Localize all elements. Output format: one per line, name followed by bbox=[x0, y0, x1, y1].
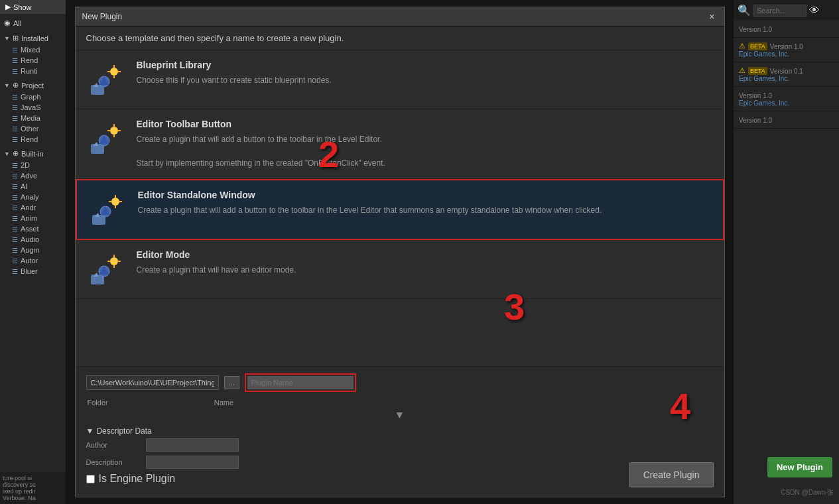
plugin-version-2: Version 1.0 bbox=[770, 43, 803, 50]
javas-label: JavaS bbox=[21, 103, 41, 111]
adve-label: Adve bbox=[21, 172, 37, 180]
sidebar-item-rend[interactable]: ☰ Rend bbox=[0, 55, 66, 66]
sidebar-item-javas[interactable]: ☰ JavaS bbox=[0, 102, 66, 113]
template-editormode[interactable]: Editor Mode Create a plugin that will ha… bbox=[76, 240, 724, 299]
browse-button[interactable]: ... bbox=[224, 376, 239, 389]
template-blueprint[interactable]: Blueprint Library Choose this if you wan… bbox=[76, 50, 724, 109]
engine-plugin-checkbox[interactable] bbox=[86, 475, 95, 483]
create-plugin-button[interactable]: Create Plugin bbox=[629, 462, 714, 487]
sidebar-item-rend2[interactable]: ☰ Rend bbox=[0, 134, 66, 145]
sidebar-item-graph[interactable]: ☰ Graph bbox=[0, 92, 66, 102]
sidebar-item-runti[interactable]: ☰ Runti bbox=[0, 66, 66, 76]
description-input[interactable] bbox=[146, 456, 239, 469]
modal-title: New Plugin bbox=[82, 12, 123, 21]
list-icon18: ☰ bbox=[12, 257, 18, 265]
name-label: Name bbox=[214, 399, 233, 407]
name-input-box bbox=[245, 373, 356, 392]
modal-titlebar: New Plugin × bbox=[76, 7, 724, 27]
builtin-icon: ⊕ bbox=[13, 149, 19, 158]
descriptor-arrow: ▼ bbox=[86, 426, 94, 436]
list-icon14: ☰ bbox=[12, 215, 18, 222]
rend2-label: Rend bbox=[21, 135, 38, 143]
sidebar-item-ai[interactable]: ☰ AI bbox=[0, 181, 66, 192]
sidebar-item-other[interactable]: ☰ Other bbox=[0, 123, 66, 134]
builtin-section: ▼ ⊕ Built-in ☰ 2D ☰ Adve ☰ AI ☰ Analy ☰ … bbox=[0, 146, 66, 278]
descriptor-header[interactable]: ▼ Descriptor Data bbox=[86, 424, 714, 438]
template-toolbar[interactable]: Editor Toolbar Button Create a plugin th… bbox=[76, 109, 724, 179]
list-icon9: ☰ bbox=[12, 162, 18, 169]
modal-header: Choose a template and then specify a nam… bbox=[76, 27, 724, 50]
toolbar-desc: Create a plugin that will add a button t… bbox=[137, 133, 714, 169]
beta-badge-3: BETA bbox=[748, 67, 767, 75]
editormode-desc: Create a plugin that will have an editor… bbox=[137, 264, 714, 276]
sidebar-item-autor[interactable]: ☰ Autor bbox=[0, 255, 66, 266]
asset-label: Asset bbox=[21, 225, 39, 233]
list-icon11: ☰ bbox=[12, 183, 18, 190]
folder-name-row: ... bbox=[86, 373, 714, 392]
list-icon16: ☰ bbox=[12, 236, 18, 243]
project-header[interactable]: ▼ ⊕ Project bbox=[0, 79, 66, 92]
sidebar-item-media[interactable]: ☰ Media bbox=[0, 113, 66, 123]
modal-close-button[interactable]: × bbox=[706, 11, 717, 22]
standalone-name: Editor Standalone Window bbox=[138, 190, 712, 200]
log-line3: ixed up redir bbox=[3, 488, 64, 495]
new-plugin-button[interactable]: New Plugin bbox=[767, 457, 832, 477]
warning-icon-2: ⚠ bbox=[739, 42, 745, 50]
sidebar-item-andr[interactable]: ☰ Andr bbox=[0, 202, 66, 213]
list-icon19: ☰ bbox=[12, 268, 18, 275]
list-icon5: ☰ bbox=[12, 104, 18, 111]
installed-header[interactable]: ▼ ⊞ Installed bbox=[0, 32, 66, 44]
plugin-entry-2: ⚠ BETA Version 1.0 Epic Games, Inc. bbox=[734, 38, 839, 62]
sidebar-item-anim[interactable]: ☰ Anim bbox=[0, 213, 66, 223]
sidebar-item-audio[interactable]: ☰ Audio bbox=[0, 234, 66, 245]
template-standalone[interactable]: Editor Standalone Window Create a plugin… bbox=[76, 179, 724, 240]
blueprint-icon bbox=[86, 60, 126, 99]
list-icon: ☰ bbox=[12, 46, 18, 54]
modal-template-list: Blueprint Library Choose this if you wan… bbox=[76, 50, 724, 366]
author-input[interactable] bbox=[146, 438, 239, 452]
show-label: Show bbox=[13, 3, 32, 11]
list-icon13: ☰ bbox=[12, 204, 18, 212]
plugin-version-1: Version 1.0 bbox=[739, 26, 834, 33]
blueprint-info: Blueprint Library Choose this if you wan… bbox=[137, 60, 714, 86]
sidebar-item-asset[interactable]: ☰ Asset bbox=[0, 223, 66, 234]
search-icon: 🔍 bbox=[738, 4, 751, 17]
plugin-name-input[interactable] bbox=[247, 376, 354, 389]
list-icon12: ☰ bbox=[12, 194, 18, 201]
folder-input[interactable] bbox=[86, 375, 219, 390]
graph-label: Graph bbox=[21, 93, 41, 101]
eye-icon[interactable]: 👁 bbox=[809, 5, 820, 17]
sidebar-item-adve[interactable]: ☰ Adve bbox=[0, 170, 66, 181]
plugin-company-4: Epic Games, Inc. bbox=[739, 99, 834, 107]
andr-label: Andr bbox=[21, 204, 36, 212]
installed-label: Installed bbox=[21, 34, 48, 42]
svg-point-21 bbox=[111, 198, 119, 206]
modal-overlay: New Plugin × Choose a template and then … bbox=[66, 0, 733, 504]
builtin-header[interactable]: ▼ ⊕ Built-in bbox=[0, 147, 66, 160]
standalone-icon bbox=[88, 190, 127, 229]
new-plugin-modal: New Plugin × Choose a template and then … bbox=[75, 7, 725, 497]
sidebar-item-analy[interactable]: ☰ Analy bbox=[0, 192, 66, 202]
sidebar-item-2d[interactable]: ☰ 2D bbox=[0, 160, 66, 170]
beta-badge-2: BETA bbox=[748, 42, 767, 50]
list-icon4: ☰ bbox=[12, 94, 18, 101]
field-labels-row: Folder Name bbox=[86, 399, 714, 407]
standalone-info: Editor Standalone Window Create a plugin… bbox=[138, 190, 712, 216]
sidebar-item-bluer[interactable]: ☰ Bluer bbox=[0, 266, 66, 277]
all-header[interactable]: ◉ All bbox=[0, 17, 66, 29]
builtin-label: Built-in bbox=[21, 150, 44, 158]
sidebar-item-mixed[interactable]: ☰ Mixed bbox=[0, 44, 66, 55]
log-line1: ture pool si bbox=[3, 475, 64, 481]
other-label: Other bbox=[21, 125, 39, 133]
editormode-name: Editor Mode bbox=[137, 249, 714, 260]
show-button[interactable]: ▶ Show bbox=[0, 0, 66, 14]
augm-label: Augm bbox=[21, 246, 40, 254]
sidebar-item-augm[interactable]: ☰ Augm bbox=[0, 245, 66, 255]
project-section: ▼ ⊕ Project ☰ Graph ☰ JavaS ☰ Media ☰ Ot… bbox=[0, 78, 66, 146]
builtin-arrow: ▼ bbox=[4, 151, 10, 157]
expand-arrow[interactable]: ▼ bbox=[86, 409, 714, 421]
project-label: Project bbox=[21, 82, 44, 90]
installed-arrow: ▼ bbox=[4, 35, 10, 42]
search-input[interactable] bbox=[753, 5, 807, 17]
footer-text: CSDN @Dawn·张 bbox=[781, 488, 834, 497]
